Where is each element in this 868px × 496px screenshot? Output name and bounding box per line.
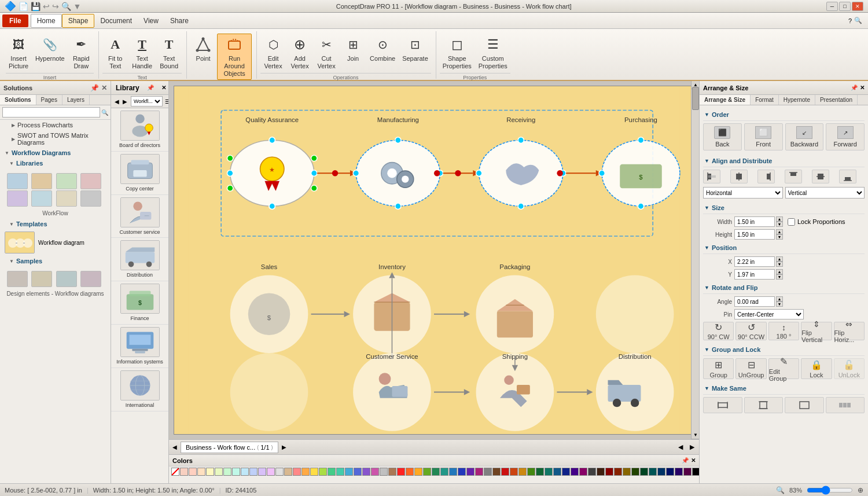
tab-pages[interactable]: Pages [36, 95, 62, 105]
insert-picture-button[interactable]: 🖼 InsertPicture [6, 34, 31, 72]
x-input[interactable] [734, 256, 775, 267]
canvas-tab[interactable]: Business - Work flow c... ( 1/1 ) [181, 442, 278, 453]
rotate-section-header[interactable]: ▼ Rotate and Flip [703, 282, 865, 294]
align-middle-button[interactable] [812, 170, 829, 183]
rotate-90cw-button[interactable]: ↻ 90° CW [703, 322, 734, 340]
join-button[interactable]: ⊞ Join [340, 34, 366, 64]
color-swatch-4[interactable] [215, 468, 223, 476]
text-handle-button[interactable]: T TextHandle [129, 34, 155, 72]
color-swatch-40[interactable] [527, 468, 535, 476]
template-workflow-diagram[interactable]: Workflow diagram [0, 229, 111, 256]
shape-menu[interactable]: Shape [62, 14, 95, 28]
point-button[interactable]: Point [190, 34, 216, 64]
color-swatch-55[interactable] [657, 468, 665, 476]
color-swatch-59[interactable] [692, 468, 699, 476]
scroll-thumb[interactable] [692, 87, 699, 110]
color-swatch-17[interactable] [328, 468, 336, 476]
pin-selector[interactable]: Center-Center [734, 309, 804, 319]
color-swatch-34[interactable] [475, 468, 483, 476]
tab-arrange-size[interactable]: Arrange & Size [700, 95, 751, 105]
y-input[interactable] [734, 269, 775, 280]
color-swatch-24[interactable] [388, 468, 396, 476]
color-swatch-52[interactable] [631, 468, 639, 476]
search-ribbon-icon[interactable]: 🔍 [854, 17, 862, 24]
arrange-close-icon[interactable]: ✕ [860, 84, 865, 91]
color-swatch-11[interactable] [275, 468, 284, 476]
flip-vertical-button[interactable]: ⇕ Flip Vertical [801, 322, 832, 340]
edit-vertex-button[interactable]: ⬡ EditVertex [260, 34, 286, 72]
color-swatch-57[interactable] [675, 468, 683, 476]
color-swatch-31[interactable] [449, 468, 457, 476]
color-swatch-23[interactable] [380, 468, 388, 476]
lib-card-international[interactable]: International [111, 368, 168, 412]
view-menu[interactable]: View [138, 14, 164, 27]
scroll-right-button[interactable]: ▶ [687, 442, 697, 452]
color-swatch-58[interactable] [683, 468, 692, 476]
colors-close-icon[interactable]: ✕ [691, 457, 696, 464]
color-swatch-56[interactable] [666, 468, 674, 476]
library-pin-icon[interactable]: 📌 [147, 84, 154, 91]
color-swatch-1[interactable] [189, 468, 197, 476]
angle-up-button[interactable]: ▲ [776, 296, 783, 302]
color-swatch-25[interactable] [397, 468, 405, 476]
color-swatch-29[interactable] [432, 468, 440, 476]
color-swatch-41[interactable] [536, 468, 544, 476]
lib-next-button[interactable]: ▶ [122, 98, 128, 105]
tree-item-swot[interactable]: ▶ SWOT and TOWS Matrix Diagrams [0, 130, 111, 148]
make-same-section-header[interactable]: ▼ Make Same [703, 383, 865, 395]
close-panel-icon[interactable]: ✕ [101, 84, 107, 92]
library-selector[interactable]: Workfl... [131, 96, 163, 106]
edit-group-button[interactable]: ✎ Edit Group [768, 358, 799, 379]
front-button[interactable]: ⬜ Front [744, 123, 783, 150]
color-swatch-51[interactable] [623, 468, 631, 476]
color-swatch-16[interactable] [319, 468, 327, 476]
color-swatch-44[interactable] [562, 468, 570, 476]
lib-card-infosys[interactable]: Information systems [111, 325, 168, 368]
align-left-button[interactable] [703, 170, 720, 183]
x-up-button[interactable]: ▲ [776, 256, 783, 262]
color-swatch-37[interactable] [501, 468, 509, 476]
no-color-swatch[interactable] [171, 468, 179, 476]
color-swatch-39[interactable] [518, 468, 527, 476]
shape-properties-button[interactable]: ◻ ShapeProperties [440, 34, 475, 72]
tab-format[interactable]: Format [751, 95, 779, 105]
color-swatch-20[interactable] [354, 468, 362, 476]
color-swatch-12[interactable] [284, 468, 292, 476]
height-input[interactable] [734, 229, 775, 240]
color-swatch-21[interactable] [362, 468, 370, 476]
size-section-header[interactable]: ▼ Size [703, 202, 865, 214]
align-right-button[interactable] [757, 170, 775, 183]
diagram-canvas[interactable]: ★ Quality Assurance [174, 86, 694, 435]
combine-button[interactable]: ⊙ Combine [367, 34, 398, 64]
color-swatch-9[interactable] [258, 468, 266, 476]
y-down-button[interactable]: ▼ [776, 274, 783, 280]
help-icon[interactable]: ? [848, 17, 852, 24]
arrange-pin-icon[interactable]: 📌 [851, 84, 858, 91]
color-swatch-8[interactable] [249, 468, 258, 476]
color-swatch-50[interactable] [614, 468, 622, 476]
lib-card-board[interactable]: Board of directors [111, 108, 168, 152]
maximize-button[interactable]: □ [839, 2, 851, 11]
make-same-size-button[interactable] [785, 397, 824, 413]
prev-tab-button[interactable]: ◀ [171, 443, 178, 451]
color-swatch-43[interactable] [553, 468, 561, 476]
color-swatch-27[interactable] [414, 468, 422, 476]
rotate-90ccw-button[interactable]: ↺ 90° CCW [735, 322, 766, 340]
color-swatch-6[interactable] [232, 468, 240, 476]
make-same-spacing-button[interactable] [826, 397, 865, 413]
lib-card-customer[interactable]: Customer service [111, 195, 168, 238]
x-down-button[interactable]: ▼ [776, 262, 783, 267]
align-section-header[interactable]: ▼ Align and Distribute [703, 155, 865, 167]
lib-menu-icon[interactable]: ☰ [165, 98, 169, 105]
color-swatch-45[interactable] [571, 468, 579, 476]
text-bound-button[interactable]: T TextBound [156, 34, 182, 72]
color-swatch-48[interactable] [597, 468, 605, 476]
tree-item-libraries[interactable]: ▼ Libraries [0, 158, 111, 168]
color-swatch-2[interactable] [197, 468, 205, 476]
custom-properties-button[interactable]: ☰ CustomProperties [476, 34, 510, 72]
file-menu[interactable]: File [2, 14, 28, 27]
scroll-left-button[interactable]: ◀ [676, 442, 685, 452]
vertical-scrollbar[interactable]: ▲ ▼ [691, 81, 699, 439]
search-icon[interactable]: 🔍 [101, 109, 108, 116]
forward-button[interactable]: ↗ Forward [826, 123, 865, 150]
